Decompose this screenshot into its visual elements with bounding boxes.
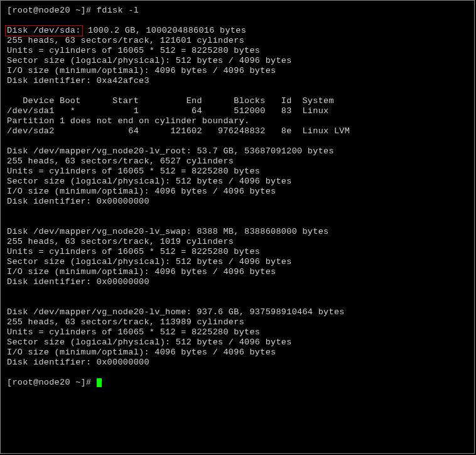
disk-sda-size: 1000.2 GB, 1000204886016 bytes xyxy=(83,26,246,35)
partition-row-sda2: /dev/sda2 64 121602 976248832 8e Linux L… xyxy=(7,126,468,136)
command-text: fdisk -l xyxy=(97,6,139,15)
lv-home-sector: Sector size (logical/physical): 512 byte… xyxy=(7,337,468,348)
lv-root-sector: Sector size (logical/physical): 512 byte… xyxy=(7,177,468,187)
cursor-icon xyxy=(97,378,102,387)
lv-root-title: Disk /dev/mapper/vg_node20-lv_root: 53.7… xyxy=(7,146,468,156)
disk-sda-heads: 255 heads, 63 sectors/track, 121601 cyli… xyxy=(7,36,468,46)
disk-sda-units: Units = cylinders of 16065 * 512 = 82252… xyxy=(7,46,468,56)
partition-row-sda1: /dev/sda1 * 1 64 512000 83 Linux xyxy=(7,106,468,116)
lv-home-units: Units = cylinders of 16065 * 512 = 82252… xyxy=(7,327,468,337)
lv-root-io: I/O size (minimum/optimal): 4096 bytes /… xyxy=(7,187,468,197)
blank-line xyxy=(7,16,468,26)
blank-line xyxy=(7,368,468,378)
lv-home-title: Disk /dev/mapper/vg_node20-lv_home: 937.… xyxy=(7,307,468,317)
blank-line xyxy=(7,217,468,227)
lv-swap-sector: Sector size (logical/physical): 512 byte… xyxy=(7,257,468,267)
highlighted-disk-path: Disk /dev/sda: xyxy=(5,25,83,36)
blank-line xyxy=(7,297,468,307)
prompt-line-1: [root@node20 ~]# fdisk -l xyxy=(7,6,468,16)
lv-root-ident: Disk identifier: 0x00000000 xyxy=(7,197,468,207)
lv-home-io: I/O size (minimum/optimal): 4096 bytes /… xyxy=(7,348,468,358)
blank-line xyxy=(7,287,468,297)
lv-root-units: Units = cylinders of 16065 * 512 = 82252… xyxy=(7,167,468,177)
lv-swap-title: Disk /dev/mapper/vg_node20-lv_swap: 8388… xyxy=(7,227,468,237)
lv-root-heads: 255 heads, 63 sectors/track, 6527 cylind… xyxy=(7,156,468,167)
disk-sda-ident: Disk identifier: 0xa42afce3 xyxy=(7,76,468,86)
blank-line xyxy=(7,207,468,217)
blank-line xyxy=(7,136,468,146)
prompt-line-2[interactable]: [root@node20 ~]# xyxy=(7,378,468,388)
shell-prompt: [root@node20 ~]# xyxy=(7,378,97,387)
lv-swap-ident: Disk identifier: 0x00000000 xyxy=(7,277,468,287)
disk-sda-title: Disk /dev/sda: 1000.2 GB, 1000204886016 … xyxy=(7,26,468,36)
shell-prompt: [root@node20 ~]# xyxy=(7,6,91,15)
terminal-window[interactable]: [root@node20 ~]# fdisk -l Disk /dev/sda:… xyxy=(0,0,475,454)
partition-warning: Partition 1 does not end on cylinder bou… xyxy=(7,116,468,126)
disk-sda-sector: Sector size (logical/physical): 512 byte… xyxy=(7,56,468,66)
lv-swap-heads: 255 heads, 63 sectors/track, 1019 cylind… xyxy=(7,237,468,247)
lv-home-heads: 255 heads, 63 sectors/track, 113989 cyli… xyxy=(7,317,468,327)
lv-swap-io: I/O size (minimum/optimal): 4096 bytes /… xyxy=(7,267,468,277)
partition-table-header: Device Boot Start End Blocks Id System xyxy=(7,96,468,106)
lv-swap-units: Units = cylinders of 16065 * 512 = 82252… xyxy=(7,247,468,257)
blank-line xyxy=(7,86,468,96)
lv-home-ident: Disk identifier: 0x00000000 xyxy=(7,358,468,368)
disk-sda-io: I/O size (minimum/optimal): 4096 bytes /… xyxy=(7,66,468,76)
